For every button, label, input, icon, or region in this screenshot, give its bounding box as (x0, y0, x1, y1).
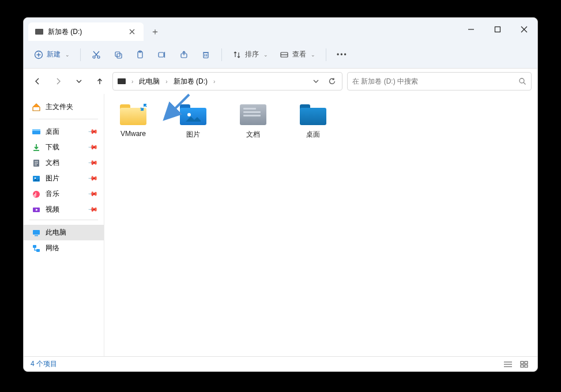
pin-icon: 📌 (87, 126, 98, 137)
breadcrumb-thispc[interactable]: 此电脑 (137, 76, 162, 88)
new-label: 新建 (47, 50, 61, 59)
sidebar-item-label: 此电脑 (46, 228, 66, 238)
download-icon (32, 143, 41, 152)
item-label: VMware (115, 130, 152, 138)
paste-button[interactable] (130, 46, 150, 64)
address-bar[interactable]: › 此电脑 › 新加卷 (D:) › (112, 72, 342, 91)
svg-rect-1 (495, 27, 500, 32)
minimize-button[interactable] (458, 18, 484, 41)
trash-icon (201, 50, 210, 59)
disk-icon (35, 29, 43, 35)
video-icon (32, 205, 41, 214)
new-tab-button[interactable]: ＋ (144, 22, 167, 41)
sidebar-home[interactable]: 主文件夹 (24, 100, 104, 116)
sidebar-item-pictures[interactable]: 图片 📌 (24, 171, 104, 186)
share-button[interactable] (174, 46, 194, 64)
tab-title: 新加卷 (D:) (48, 27, 82, 37)
copy-button[interactable] (108, 46, 128, 64)
new-button[interactable]: 新建 ⌄ (29, 46, 74, 64)
sidebar-item-documents[interactable]: 文档 📌 (24, 155, 104, 171)
folder-pictures[interactable]: 图片 (175, 104, 212, 140)
content-area[interactable]: VMware 图片 文档 桌面 (104, 94, 537, 356)
pc-icon (32, 228, 41, 238)
search-box[interactable] (347, 72, 532, 91)
refresh-button[interactable] (325, 74, 340, 89)
plus-circle-icon (34, 50, 43, 59)
folder-vmware[interactable]: VMware (115, 104, 152, 140)
share-overlay-icon (140, 103, 148, 111)
maximize-button[interactable] (484, 18, 511, 41)
svg-rect-8 (117, 54, 122, 58)
pin-icon: 📌 (87, 189, 98, 199)
sidebar-item-videos[interactable]: 视频 📌 (24, 202, 104, 217)
svg-rect-11 (159, 52, 164, 57)
view-button[interactable]: 查看 ⌄ (275, 46, 320, 64)
svg-point-30 (35, 177, 36, 179)
view-icon (280, 50, 289, 59)
item-label: 图片 (175, 130, 212, 140)
item-label: 桌面 (295, 130, 332, 140)
sidebar-item-desktop[interactable]: 桌面 📌 (24, 124, 104, 140)
details-view-button[interactable] (502, 359, 514, 370)
svg-rect-14 (204, 52, 208, 58)
sidebar-item-label: 文档 (46, 158, 59, 168)
svg-line-21 (524, 82, 526, 85)
sidebar-item-label: 音乐 (46, 189, 59, 199)
explorer-window: 新加卷 (D:) ＋ 新建 ⌄ 排序 ⌄ (23, 17, 538, 372)
svg-point-6 (97, 56, 100, 58)
svg-rect-41 (521, 361, 524, 364)
folder-documents[interactable]: 文档 (235, 104, 272, 140)
sort-button[interactable]: 排序 ⌄ (228, 46, 273, 64)
pin-icon: 📌 (87, 204, 98, 215)
address-dropdown-button[interactable] (308, 74, 323, 89)
search-input[interactable] (352, 77, 515, 85)
sort-label: 排序 (245, 50, 259, 59)
rename-icon (157, 50, 167, 59)
status-count: 4 个项目 (31, 359, 57, 369)
cut-button[interactable] (86, 46, 106, 64)
sidebar-item-thispc[interactable]: 此电脑 (24, 225, 104, 240)
recent-button[interactable] (71, 73, 87, 89)
document-icon (32, 159, 41, 168)
rename-button[interactable] (152, 46, 172, 64)
search-icon (518, 77, 526, 85)
sidebar-item-label: 桌面 (46, 127, 59, 137)
desktop-icon (32, 127, 41, 137)
up-button[interactable] (92, 73, 108, 89)
breadcrumb-drive[interactable]: 新加卷 (D:) (171, 76, 210, 88)
sidebar-item-label: 图片 (46, 174, 59, 183)
sidebar-item-label: 网络 (46, 243, 59, 253)
svg-rect-34 (35, 235, 38, 236)
music-icon (32, 190, 41, 199)
tab-current[interactable]: 新加卷 (D:) (28, 22, 144, 41)
tab-close-button[interactable] (127, 27, 137, 36)
folder-icon (120, 104, 146, 125)
folder-icon (300, 104, 326, 125)
forward-button[interactable] (50, 73, 66, 89)
status-bar: 4 个项目 (24, 356, 537, 371)
view-label: 查看 (292, 50, 306, 59)
delete-button[interactable] (196, 46, 216, 64)
chevron-down-icon: ⌄ (263, 52, 268, 58)
folder-desktop[interactable]: 桌面 (295, 104, 332, 140)
window-controls (458, 18, 537, 41)
sidebar-item-network[interactable]: 网络 (24, 240, 104, 256)
sidebar-item-music[interactable]: 音乐 📌 (24, 186, 104, 202)
picture-icon (32, 174, 41, 183)
sidebar-item-label: 视频 (46, 205, 59, 214)
sidebar-item-downloads[interactable]: 下载 📌 (24, 140, 104, 155)
svg-rect-36 (36, 249, 40, 252)
pin-icon: 📌 (87, 142, 98, 153)
scissors-icon (92, 50, 101, 59)
back-button[interactable] (29, 73, 46, 89)
picture-inner-icon (186, 111, 201, 122)
svg-point-31 (33, 191, 40, 198)
svg-rect-7 (115, 52, 120, 56)
body: 主文件夹 桌面 📌 下载 📌 文档 📌 图片 📌 (24, 94, 537, 356)
more-icon: ••• (337, 51, 348, 59)
pin-icon: 📌 (87, 157, 98, 168)
clipboard-icon (135, 50, 145, 59)
more-button[interactable]: ••• (332, 46, 352, 64)
icons-view-button[interactable] (518, 359, 530, 370)
close-button[interactable] (511, 18, 537, 41)
